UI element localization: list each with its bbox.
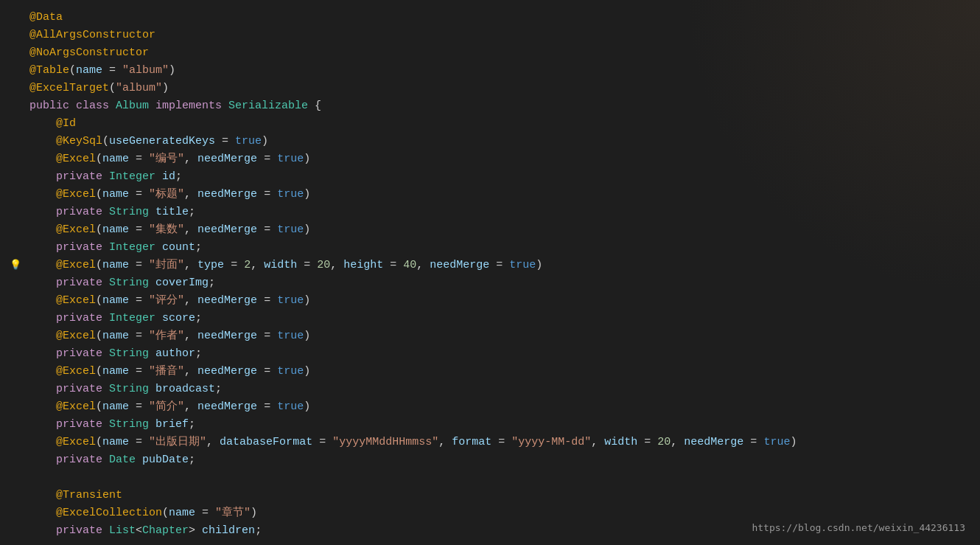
code-line: @Excel(name = "编号", needMerge = true) [0,150,980,168]
code-tokens: @NoArgsConstructor [29,44,149,62]
code-tokens: @ExcelCollection(name = "章节") [29,504,257,522]
code-line: @Transient [0,487,980,504]
code-tokens: private String brief; [29,416,195,434]
code-tokens: @KeySql(useGeneratedKeys = true) [29,133,268,150]
code-line: @ExcelCollection(name = "章节") [0,504,980,522]
code-line: @ExcelTarget("album") [0,80,980,97]
code-line: @Id [0,115,980,133]
bulb-icon: 💡 [10,258,21,274]
code-line: @Excel(name = "集数", needMerge = true) [0,221,980,239]
code-line: private Integer score; [0,310,980,327]
code-tokens: @Data [29,9,63,27]
code-tokens: @Excel(name = "评分", needMerge = true) [29,292,310,310]
code-tokens: @Excel(name = "标题", needMerge = true) [29,186,310,204]
code-tokens: public class Album implements Serializab… [29,97,321,115]
code-tokens: private List<Chapter> children; [29,522,262,540]
code-line: @AllArgsConstructor [0,27,980,44]
code-line: private String coverImg; [0,274,980,292]
code-line: @Excel(name = "评分", needMerge = true) [0,292,980,310]
code-tokens: private Integer count; [29,239,202,257]
code-tokens: @Excel(name = "集数", needMerge = true) [29,221,310,239]
code-tokens: private String broadcast; [29,381,222,398]
code-line: @NoArgsConstructor [0,44,980,62]
code-line [0,469,980,487]
code-line: private Date pubDate; [0,451,980,469]
code-line: private String author; [0,345,980,363]
code-tokens: private String coverImg; [29,274,215,292]
code-line: private String broadcast; [0,381,980,398]
code-line: @Data [0,9,980,27]
code-tokens: @Excel(name = "播音", needMerge = true) [29,363,310,381]
code-tokens: @Excel(name = "编号", needMerge = true) [29,150,310,168]
code-line: @Excel(name = "播音", needMerge = true) [0,363,980,381]
code-line: private List<Chapter> children; [0,522,980,540]
code-line: @Excel(name = "作者", needMerge = true) [0,327,980,345]
code-tokens: @Excel(name = "简介", needMerge = true) [29,398,310,416]
code-tokens: @Transient [29,487,122,504]
code-editor: @Data@AllArgsConstructor@NoArgsConstruct… [0,0,980,545]
code-line: private String brief; [0,416,980,434]
code-line: private String title; [0,204,980,221]
code-tokens: @Table(name = "album") [29,62,175,80]
code-tokens: @Excel(name = "封面", type = 2, width = 20… [29,257,542,274]
code-line: @KeySql(useGeneratedKeys = true) [0,133,980,150]
code-tokens: private Integer score; [29,310,202,327]
code-line: private Integer count; [0,239,980,257]
code-line: public class Album implements Serializab… [0,97,980,115]
code-tokens: @AllArgsConstructor [29,27,155,44]
code-line: @Excel(name = "简介", needMerge = true) [0,398,980,416]
code-tokens: private String author; [29,345,202,363]
code-tokens: @ExcelTarget("album") [29,80,169,97]
code-tokens: @Id [29,115,76,133]
code-tokens: private Integer id; [29,168,182,186]
code-line: 💡 @Excel(name = "封面", type = 2, width = … [0,257,980,274]
code-line: @Table(name = "album") [0,62,980,80]
code-tokens: @Excel(name = "作者", needMerge = true) [29,327,310,345]
code-tokens: private Date pubDate; [29,451,195,469]
code-tokens: @Excel(name = "出版日期", databaseFormat = "… [29,434,797,451]
code-tokens: private String title; [29,204,195,221]
code-line: @Excel(name = "标题", needMerge = true) [0,186,980,204]
code-line: @Excel(name = "出版日期", databaseFormat = "… [0,434,980,451]
code-line: private Integer id; [0,168,980,186]
